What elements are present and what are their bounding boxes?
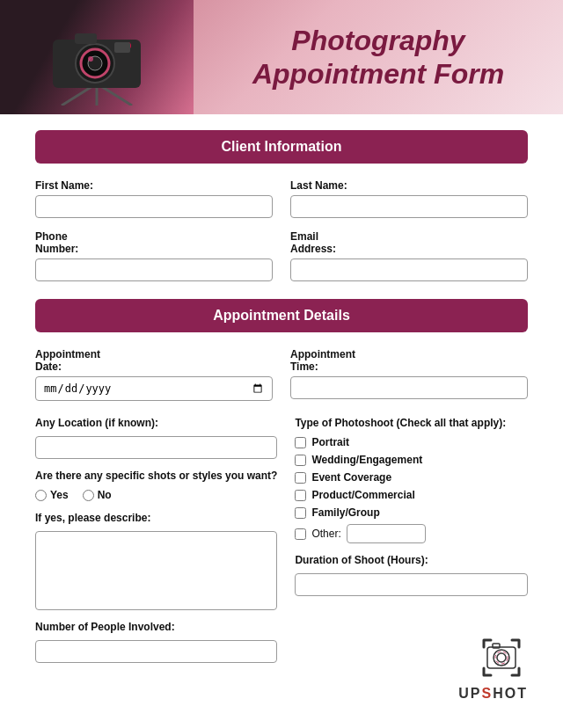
contact-row: PhoneNumber: EmailAddress: (35, 230, 528, 281)
wedding-checkbox-label[interactable]: Wedding/Engagement (295, 454, 528, 466)
appt-date-input[interactable] (35, 376, 273, 401)
family-checkbox-label[interactable]: Family/Group (295, 506, 528, 519)
yes-label-text: Yes (50, 489, 69, 501)
left-column: Any Location (if known): Are there any s… (35, 413, 277, 702)
email-input[interactable] (290, 258, 528, 281)
svg-rect-8 (75, 33, 97, 44)
other-checkbox-row: Other: (295, 524, 528, 543)
svg-point-7 (88, 56, 93, 62)
first-name-input[interactable] (35, 195, 273, 218)
logo-text: UPSHOT (458, 686, 528, 702)
location-input[interactable] (35, 436, 277, 459)
yes-radio-label[interactable]: Yes (35, 489, 69, 501)
client-info-title: Client Information (222, 139, 342, 154)
specific-shots-label: Are there any specific shots or styles y… (35, 470, 277, 482)
other-text-input[interactable] (347, 524, 426, 543)
portrait-checkbox-label[interactable]: Portrait (295, 436, 528, 448)
phone-input[interactable] (35, 258, 273, 281)
other-checkbox[interactable] (295, 528, 306, 540)
right-column: Type of Photoshoot (Check all that apply… (295, 413, 528, 702)
email-label: EmailAddress: (290, 230, 528, 255)
describe-label: If yes, please describe: (35, 512, 277, 524)
logo-section: UPSHOT (295, 622, 528, 702)
last-name-label: Last Name: (290, 179, 528, 192)
title-line1: Photography (291, 25, 464, 56)
no-radio[interactable] (83, 490, 94, 501)
location-field: Any Location (if known): (35, 417, 277, 459)
logo-camera-icon (475, 631, 528, 684)
photoshoot-checkbox-group: Portrait Wedding/Engagement Event Covera… (295, 436, 528, 543)
product-checkbox-label[interactable]: Product/Commercial (295, 489, 528, 501)
name-row: First Name: Last Name: (35, 179, 528, 218)
yes-radio[interactable] (35, 490, 47, 501)
people-label: Number of People Involved: (35, 621, 277, 633)
no-radio-label[interactable]: No (83, 489, 112, 501)
last-name-field: Last Name: (290, 179, 528, 218)
appt-time-field: AppointmentTime: (290, 348, 528, 401)
svg-rect-14 (493, 644, 500, 648)
portrait-checkbox[interactable] (295, 437, 306, 448)
camera-illustration-icon (26, 9, 167, 106)
title-line2: Appointment Form (252, 58, 504, 90)
phone-field: PhoneNumber: (35, 230, 273, 281)
header: Photography Appointment Form (0, 0, 563, 114)
email-field: EmailAddress: (290, 230, 528, 281)
appt-time-label: AppointmentTime: (290, 348, 528, 373)
appt-date-label: AppointmentDate: (35, 348, 273, 373)
event-label: Event Coverage (311, 471, 391, 484)
appt-time-input[interactable] (290, 376, 528, 399)
client-info-header: Client Information (35, 130, 528, 164)
event-checkbox[interactable] (295, 472, 306, 484)
svg-point-13 (497, 653, 506, 662)
product-label: Product/Commercial (311, 489, 414, 501)
location-label: Any Location (if known): (35, 417, 277, 429)
yes-no-radio-group: Yes No (35, 489, 277, 501)
other-label: Other: (311, 528, 340, 540)
duration-field: Duration of Shoot (Hours): (295, 554, 528, 596)
people-input[interactable] (35, 640, 277, 663)
duration-input[interactable] (295, 573, 528, 596)
appointment-header: Appointment Details (35, 299, 528, 332)
datetime-row: AppointmentDate: AppointmentTime: (35, 348, 528, 401)
product-checkbox[interactable] (295, 490, 306, 501)
photoshoot-type-label: Type of Photoshoot (Check all that apply… (295, 417, 528, 429)
portrait-label: Portrait (311, 436, 349, 448)
main-content-row: Any Location (if known): Are there any s… (35, 413, 528, 702)
no-label-text: No (98, 489, 112, 501)
wedding-checkbox[interactable] (295, 455, 306, 466)
client-info-section: Client Information First Name: Last Name… (35, 130, 528, 281)
first-name-field: First Name: (35, 179, 273, 218)
describe-textarea[interactable] (35, 531, 277, 610)
event-checkbox-label[interactable]: Event Coverage (295, 471, 528, 484)
last-name-input[interactable] (290, 195, 528, 218)
family-label: Family/Group (311, 506, 379, 519)
wedding-label: Wedding/Engagement (311, 454, 422, 466)
logo-s-letter: S (482, 686, 494, 701)
people-field: Number of People Involved: (35, 621, 277, 663)
family-checkbox[interactable] (295, 507, 306, 519)
svg-rect-10 (114, 42, 130, 53)
duration-label: Duration of Shoot (Hours): (295, 554, 528, 566)
describe-field: If yes, please describe: (35, 512, 277, 610)
first-name-label: First Name: (35, 179, 273, 192)
photoshoot-type-field: Type of Photoshoot (Check all that apply… (295, 417, 528, 543)
header-camera-image (0, 0, 194, 114)
form-title: Photography Appointment Form (194, 15, 563, 100)
appt-date-field: AppointmentDate: (35, 348, 273, 401)
phone-label: PhoneNumber: (35, 230, 273, 255)
specific-shots-field: Are there any specific shots or styles y… (35, 470, 277, 501)
form-body: Client Information First Name: Last Name… (0, 114, 563, 719)
appointment-title: Appointment Details (213, 308, 350, 323)
svg-point-12 (494, 650, 509, 666)
appointment-section: Appointment Details AppointmentDate: App… (35, 299, 528, 702)
